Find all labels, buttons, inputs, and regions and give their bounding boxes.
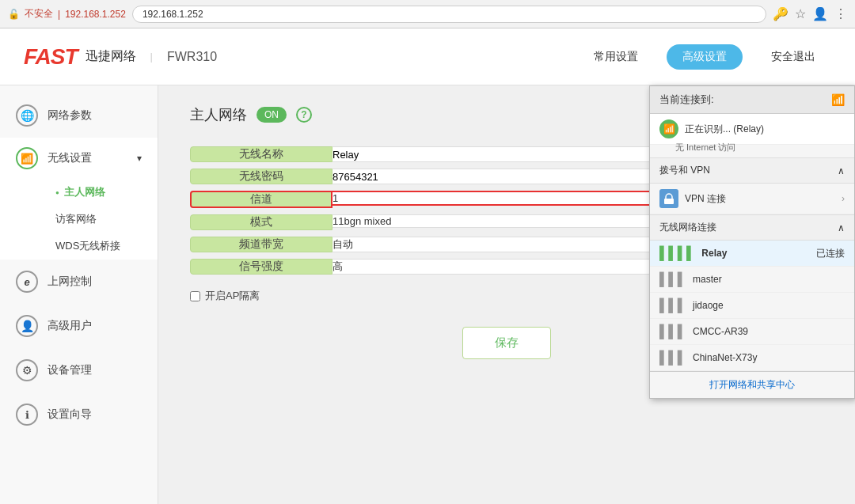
ssid-input[interactable]	[332, 149, 663, 161]
signal-label: 信号强度	[190, 259, 332, 275]
wireless-expand-icon: ∧	[838, 222, 845, 233]
sidebar-wireless-submenu: 主人网络 访客网络 WDS无线桥接	[0, 179, 158, 260]
mode-label: 模式	[190, 214, 332, 230]
nav-advanced-btn[interactable]: 高级设置	[667, 44, 743, 70]
logo-divider: |	[150, 51, 153, 63]
wds-bridge-label: WDS无线桥接	[55, 239, 120, 253]
url-input[interactable]	[132, 6, 766, 23]
guest-network-label: 访客网络	[55, 212, 97, 226]
device-management-label: 设备管理	[48, 363, 92, 377]
channel-input-cell[interactable]: 1 ▼	[332, 191, 664, 206]
security-warning: 🔓 不安全 | 192.168.1.252	[8, 7, 126, 21]
ssid-label: 无线名称	[190, 146, 332, 162]
sidebar-item-device-management[interactable]: ⚙ 设备管理	[0, 348, 158, 392]
jidaoge-signal-icon: ▌▌▌	[659, 298, 686, 313]
url-text: 192.168.1.252	[65, 9, 126, 20]
sidebar-item-network-params[interactable]: 🌐 网络参数	[0, 93, 158, 138]
wifi-network-jidaoge[interactable]: ▌▌▌ jidaoge	[650, 293, 854, 319]
wireless-section-header[interactable]: 无线网络连接 ∧	[650, 214, 854, 241]
router-main: 🌐 网络参数 📶 无线设置 ▾ 主人网络 访客网络	[0, 85, 855, 504]
security-text: 不安全	[25, 7, 53, 21]
relay-wifi-icon: 📶	[659, 119, 678, 138]
sidebar-item-setup-wizard[interactable]: ℹ 设置向导	[0, 392, 158, 437]
password-label: 无线密码	[190, 169, 332, 184]
signal-input-cell[interactable]: 高 ▼	[332, 259, 664, 275]
vpn-item[interactable]: VPN 连接 ›	[650, 184, 854, 214]
internet-control-icon: e	[16, 271, 38, 293]
wireless-label: 无线设置	[48, 151, 92, 165]
network-params-label: 网络参数	[48, 108, 92, 123]
mode-input-cell[interactable]: 11bgn mixed ▼	[332, 214, 664, 228]
lock-icon: 🔓	[8, 9, 20, 20]
star-icon[interactable]: ☆	[795, 6, 806, 21]
channel-label: 信道	[190, 191, 332, 208]
svg-rect-0	[664, 199, 674, 204]
relay-signal-icon: ▌▌▌▌	[659, 246, 695, 260]
help-icon[interactable]: ?	[296, 107, 312, 123]
network-params-icon: 🌐	[16, 104, 38, 127]
wifi-panel: 当前连接到: 📶 📶 正在识别... (Relay) 无 Internet 访问…	[649, 85, 855, 399]
password-input[interactable]	[332, 171, 663, 183]
mode-value: 11bgn mixed	[332, 215, 391, 227]
sidebar: 🌐 网络参数 📶 无线设置 ▾ 主人网络 访客网络	[0, 85, 158, 504]
wifi-network-cmcc[interactable]: ▌▌▌ CMCC-AR39	[650, 319, 854, 345]
dial-vpn-label: 拨号和 VPN	[659, 164, 710, 177]
wifi-network-relay[interactable]: ▌▌▌▌ Relay 已连接	[650, 241, 854, 267]
cmcc-signal-icon: ▌▌▌	[659, 324, 686, 339]
master-signal-icon: ▌▌▌	[659, 272, 686, 286]
router-logo: FAST 迅捷网络 | FWR310	[24, 44, 217, 70]
wifi-panel-footer: 打开网络和共享中心	[650, 371, 854, 398]
bandwidth-input-cell[interactable]: 自动 ▼	[332, 237, 664, 252]
chinanet-signal-icon: ▌▌▌	[659, 351, 686, 365]
setup-wizard-label: 设置向导	[48, 407, 92, 422]
vpn-arrow-icon: ›	[842, 193, 845, 204]
dial-vpn-header[interactable]: 拨号和 VPN ∧	[650, 157, 854, 184]
router-header: FAST 迅捷网络 | FWR310 常用设置 高级设置 安全退出	[0, 28, 855, 85]
main-network-label: 主人网络	[64, 185, 105, 199]
menu-icon[interactable]: ⋮	[834, 6, 847, 21]
account-icon[interactable]: 👤	[812, 6, 828, 21]
cmcc-name: CMCC-AR39	[693, 326, 845, 337]
browser-bar: 🔓 不安全 | 192.168.1.252 🔑 ☆ 👤 ⋮	[0, 0, 855, 28]
sidebar-item-internet-control[interactable]: e 上网控制	[0, 260, 158, 304]
wifi-network-chinanet[interactable]: ▌▌▌ ChinaNet-X73y	[650, 345, 854, 371]
logo-fast: FAST	[24, 44, 78, 70]
section-title-text: 主人网络	[190, 105, 247, 124]
internet-control-label: 上网控制	[48, 275, 92, 289]
wifi-network-master[interactable]: ▌▌▌ master	[650, 267, 854, 293]
wifi-panel-title: 当前连接到:	[659, 93, 714, 107]
sidebar-item-wireless[interactable]: 📶 无线设置 ▾	[0, 138, 158, 179]
wireless-section-label: 无线网络连接	[659, 221, 716, 234]
key-icon[interactable]: 🔑	[773, 6, 788, 21]
vpn-icon	[659, 189, 678, 208]
wifi-panel-header: 当前连接到: 📶	[650, 86, 854, 114]
logo-model: FWR310	[167, 50, 217, 64]
wireless-icon: 📶	[16, 147, 38, 169]
master-name: master	[693, 274, 845, 285]
password-input-cell[interactable]	[332, 169, 664, 184]
save-button[interactable]: 保存	[462, 327, 551, 359]
ap-isolate-text: 开启AP隔离	[205, 289, 260, 303]
wifi-connecting-item[interactable]: 📶 正在识别... (Relay)	[650, 114, 854, 145]
toggle-on[interactable]: ON	[256, 107, 287, 123]
header-nav: 常用设置 高级设置 安全退出	[578, 44, 831, 70]
setup-wizard-icon: ℹ	[16, 404, 38, 426]
vpn-label: VPN 连接	[685, 192, 835, 206]
nav-common-btn[interactable]: 常用设置	[578, 44, 654, 70]
wifi-signal-icon: 📶	[831, 93, 845, 106]
advanced-user-icon: 👤	[16, 315, 38, 337]
sidebar-sub-wds-bridge[interactable]: WDS无线桥接	[48, 233, 158, 260]
sidebar-sub-guest-network[interactable]: 访客网络	[48, 206, 158, 233]
open-network-center-link[interactable]: 打开网络和共享中心	[709, 379, 795, 390]
sidebar-sub-main-network[interactable]: 主人网络	[48, 179, 158, 206]
ap-isolate-checkbox[interactable]	[190, 291, 200, 301]
sidebar-item-advanced-user[interactable]: 👤 高级用户	[0, 304, 158, 348]
channel-value: 1	[332, 192, 338, 204]
browser-icons: 🔑 ☆ 👤 ⋮	[773, 6, 847, 21]
connecting-info: 正在识别... (Relay)	[685, 123, 845, 136]
chevron-down-icon: ▾	[137, 153, 142, 164]
advanced-user-label: 高级用户	[48, 319, 92, 333]
nav-exit-btn[interactable]: 安全退出	[755, 44, 831, 70]
device-management-icon: ⚙	[16, 359, 38, 381]
ssid-input-cell[interactable]	[332, 146, 664, 162]
